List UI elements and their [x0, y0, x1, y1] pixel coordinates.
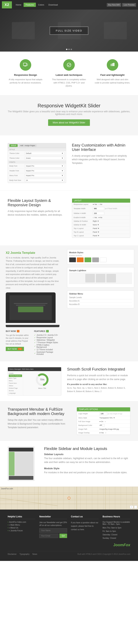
sidebar-menu-item-1[interactable]: Sample Levels — [69, 296, 132, 299]
footer-link-4[interactable]: » Joomla Forum — [8, 530, 35, 532]
logo[interactable]: X2 — [2, 1, 12, 8]
buy-features-row: BUY NOW ! You get the template within th… — [6, 330, 59, 356]
sidebar-menu-item-3[interactable]: Accordion B — [69, 303, 132, 306]
swatch-2[interactable] — [77, 258, 84, 262]
footer-bottom-link-typography[interactable]: Typography — [20, 553, 30, 555]
map-roads-svg — [0, 487, 138, 510]
scroll-sidebar-item-1[interactable]: Details — [9, 372, 22, 374]
swatch-4[interactable] — [92, 258, 99, 262]
admin-panel-header: default Add Assign Pages — [8, 143, 66, 148]
footer-link-3[interactable]: » About Us — [8, 527, 35, 529]
video-button[interactable]: FULL SIZE VIDEO — [50, 26, 88, 35]
sidebar-menu-list: Sample Levels Accordion A Accordion B — [69, 296, 132, 306]
scroll-sidebar-item-5[interactable]: Parent Item — [9, 382, 22, 384]
nav-features[interactable]: Features — [24, 3, 36, 7]
admin-right-content: Easy Customization with Admin User Inter… — [72, 143, 130, 183]
scroll-sidebar-item-4[interactable]: Menu — [9, 380, 22, 382]
svg-point-19 — [68, 497, 70, 499]
feat-1: ✓Joomla 2.5 / Joomla 3.0+ — [34, 334, 60, 336]
laptop-base — [6, 325, 59, 327]
buy-now-header-btn[interactable]: Buy Now $49 — [107, 3, 121, 7]
sidebar-menu-title: Sidebar Menu — [69, 292, 132, 295]
hero-dots — [66, 49, 72, 50]
feature-icon-web — [63, 59, 75, 71]
menubar-row-menu-style: Menu Style Transparent 70% ▼ — [77, 416, 130, 420]
template-left: X2 Joomla Template X2 is a modular, dyna… — [0, 246, 65, 361]
newsletter-name-input[interactable] — [39, 528, 67, 533]
scroll-sidebar-item-3[interactable]: Menu Type — [9, 377, 22, 380]
scroll-panel-body: Details Theme Features Menu Type Menu Pa… — [8, 371, 61, 395]
buy-header: BUY NOW ! — [6, 330, 31, 332]
scroll-chart: 75% — [24, 372, 60, 387]
newsletter-email-input[interactable] — [39, 534, 58, 538]
map-zoom-out[interactable]: - — [134, 506, 137, 508]
admin-tab-pages[interactable]: Add Assign Pages — [19, 144, 37, 147]
scroll-sidebar-item-8[interactable]: Access — [9, 390, 22, 392]
footer-logo: Joom Fox — [103, 543, 130, 547]
swatch-1[interactable] — [69, 258, 76, 262]
svg-text:75%: 75% — [40, 378, 44, 381]
footer-helpful-links: Helpful Links JoomFox Index.com » Main M… — [8, 515, 35, 547]
feature-desc-responsive: A fully responsive layout that adapts pe… — [8, 78, 43, 84]
sidebar-desc1: The four available sidebars, highlighted… — [44, 457, 130, 464]
lightbox-thumb-1[interactable] — [85, 274, 95, 282]
header-buttons: Buy Now $49 Live Preview — [107, 3, 136, 7]
sidebar-layouts-section: Flexible Sidebar and Module Layouts Side… — [0, 440, 138, 487]
footer-bottom-link-disclaimer[interactable]: Disclaimer — [8, 553, 17, 555]
footer-bottom-link-news[interactable]: News — [32, 553, 37, 555]
features-label: ! — [46, 330, 49, 332]
laptop-mockup — [6, 292, 56, 323]
scroll-sidebar-item-9[interactable]: Language — [9, 392, 22, 394]
swatch-5[interactable] — [100, 258, 107, 262]
footer-biz-text: Our Support Monitor is available Mon - F… — [103, 521, 130, 525]
lightbox-thumb-3[interactable] — [106, 274, 116, 282]
map-controls: + - — [130, 506, 137, 508]
admin-section-style: STYLE — [8, 148, 66, 151]
nav-download[interactable]: Download — [47, 3, 60, 7]
module-styles-subtitle: Custom Modules — [69, 254, 132, 256]
footer-link-2[interactable]: » Main Menu — [8, 524, 35, 526]
nav-home[interactable]: Home — [14, 3, 23, 7]
lightbox-thumb-2[interactable] — [96, 274, 105, 282]
svg-rect-1 — [25, 66, 26, 66]
scroll-title: Smooth Scroll Function Integrated — [67, 367, 130, 372]
sidebar-menu-item-2[interactable]: Accordion A — [69, 299, 132, 303]
scroll-sidebar-item-2[interactable]: Theme Features — [9, 374, 22, 377]
feat-5: ✓HTML5 Gallery Background — [34, 344, 60, 348]
scroll-panel-main: 75% Menu Title — [23, 371, 61, 395]
map-zoom-in[interactable]: + — [130, 506, 133, 508]
layout-section: Flexible Layout System & Responsive Desi… — [0, 190, 138, 246]
layout-row-topc: Top C Layout Panel ▼ — [72, 234, 130, 238]
layout-input-sidebara[interactable] — [93, 212, 104, 215]
buy-label: ! — [17, 330, 19, 332]
footer-bottom: Disclaimer Typography News Built with HT… — [8, 551, 130, 555]
footer-newsletter: Newsletter Join our Newsletter and get 2… — [39, 515, 67, 547]
scroll-right: Smooth Scroll Function Integrated Perfor… — [67, 367, 130, 396]
menubar-row-overlay: Image Overlay ● Yes ○ — [77, 431, 130, 435]
feat-4: ✓7 Premium Widget Styles — [34, 341, 60, 344]
scroll-sidebar-item-6[interactable]: Status — [9, 384, 22, 387]
logo-height-input[interactable] — [99, 412, 107, 415]
live-preview-btn[interactable]: Live Preview — [122, 3, 136, 7]
newsletter-submit-btn[interactable]: Go! — [59, 534, 67, 538]
layout-row-topb: Top B Layout Panel ▼ — [72, 230, 130, 234]
layout-input-width[interactable] — [93, 207, 104, 210]
footer-link-1[interactable]: JoomFox Index.com — [8, 521, 35, 523]
admin-tab-default[interactable]: default — [9, 144, 18, 147]
buy-price-button[interactable]: BUY NOW + 1 — [6, 347, 24, 351]
dot-2[interactable] — [68, 49, 70, 50]
hero-section: FULL SIZE VIDEO — [0, 10, 138, 52]
swatch-3[interactable] — [85, 258, 91, 262]
sidebar-layouts-title: Flexible Sidebar and Module Layouts — [44, 446, 130, 451]
feature-desc-fast: Well designed with clean and slim code t… — [95, 78, 130, 84]
scroll-sidebar-item-7[interactable]: Default Page — [9, 387, 22, 390]
nav-colors[interactable]: Colors — [36, 3, 46, 7]
feat-2: ✓Responsive Layout — [34, 336, 60, 339]
dot-1[interactable] — [66, 49, 67, 50]
layout-panel-header: LAYOUT — [72, 198, 130, 203]
map-section[interactable]: + - JoomFox.com — [0, 487, 138, 510]
svg-line-17 — [0, 498, 57, 506]
dot-3[interactable] — [71, 49, 72, 50]
layout-row-responsive: Responsive Layout ● Yes ○ No — [72, 203, 130, 206]
widgetkit-btn[interactable]: More about our WidgetKit Slider — [48, 119, 90, 126]
